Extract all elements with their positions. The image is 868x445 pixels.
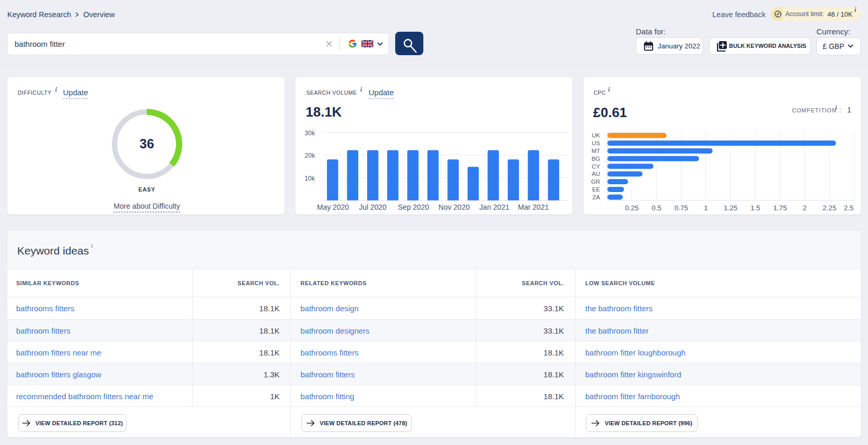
svg-text:0.5: 0.5	[652, 204, 662, 212]
svg-text:UK: UK	[592, 132, 600, 138]
svg-text:Mar 2021: Mar 2021	[518, 203, 549, 211]
svg-text:1.75: 1.75	[773, 204, 787, 212]
svg-text:0.25: 0.25	[625, 204, 638, 212]
svg-text:EE: EE	[592, 186, 600, 193]
svg-text:2.25: 2.25	[823, 204, 836, 212]
svg-text:2.5: 2.5	[844, 204, 854, 212]
svg-text:0.75: 0.75	[674, 204, 688, 212]
svg-text:2: 2	[803, 204, 807, 212]
svg-text:Jul 2020: Jul 2020	[359, 203, 386, 211]
svg-text:Jan 2021: Jan 2021	[480, 203, 510, 211]
svg-text:AU: AU	[592, 171, 600, 177]
svg-text:1.5: 1.5	[750, 204, 760, 212]
svg-text:10k: 10k	[305, 175, 316, 182]
svg-text:20k: 20k	[305, 152, 316, 159]
svg-text:1.25: 1.25	[724, 204, 737, 212]
svg-text:ZA: ZA	[593, 194, 600, 200]
svg-text:Sep 2020: Sep 2020	[398, 203, 429, 211]
svg-text:Nov 2020: Nov 2020	[438, 203, 470, 211]
svg-text:CY: CY	[592, 163, 600, 170]
svg-text:US: US	[592, 140, 600, 146]
svg-text:May 2020: May 2020	[317, 203, 349, 211]
svg-text:1: 1	[704, 204, 708, 212]
svg-text:30k: 30k	[305, 130, 316, 137]
svg-text:GR: GR	[591, 179, 600, 185]
svg-text:BG: BG	[592, 156, 600, 162]
svg-text:MT: MT	[592, 148, 600, 154]
